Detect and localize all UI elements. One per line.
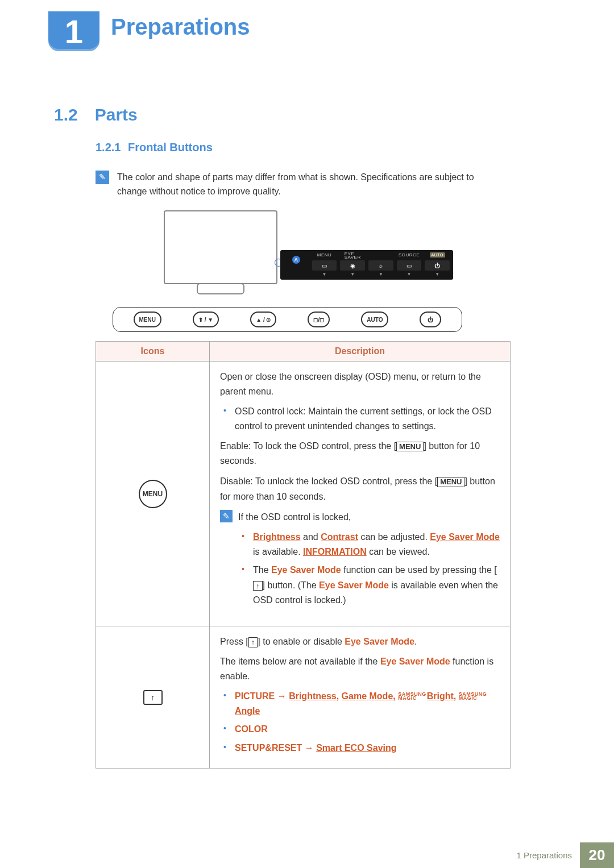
section-title: Parts: [95, 105, 138, 124]
chapter-number-tab: 1: [48, 11, 99, 51]
row1-enable: Enable: To lock the OSD control, press t…: [220, 439, 500, 469]
section-heading: 1.2 Parts: [54, 105, 138, 124]
row2-bullet-color: COLOR: [223, 722, 500, 737]
arrow-up-inline-icon: ↑: [248, 637, 258, 647]
th-icons: Icons: [96, 342, 210, 361]
physical-button-bar: MENU ⬆ / ▼ ▲ / ⊙ ◻/◻ AUTO ⏻: [113, 307, 462, 332]
chevron-down-icon: ▼: [379, 272, 383, 277]
note-icon: ✎: [96, 171, 109, 184]
monitor-diagram: A MENU ▭ ▼ EYESAVER ◉ ▼ ☼ ▼ SOURCE ▭ ▼ A…: [113, 205, 499, 330]
menu-icon: ▭: [312, 260, 337, 271]
th-description: Description: [210, 342, 510, 361]
note-text: The color and shape of parts may differ …: [117, 171, 505, 199]
power-icon: ⏻: [425, 260, 450, 271]
zoom-eyesaver-label: EYESAVER: [345, 252, 361, 259]
chevron-down-icon: ▼: [322, 272, 327, 277]
subnote-bullet-2: The Eye Saver Mode function can be used …: [242, 563, 500, 608]
eye-saver-button-icon: ↑: [143, 690, 163, 705]
table-row: ↑ Press [↑] to enable or disable Eye Sav…: [96, 626, 510, 768]
subnote-bullet-1: Brightness and Contrast can be adjusted.…: [242, 530, 500, 560]
chevron-down-icon: ▼: [435, 272, 439, 277]
nav-up-button: ▲ / ⊙: [250, 312, 276, 327]
row2-bullet-setup: SETUP&RESET → Smart ECO Saving: [223, 741, 500, 755]
menu-button-icon: MENU: [139, 480, 167, 508]
menu-button: MENU: [134, 312, 161, 327]
zoom-a-badge: A: [292, 256, 300, 264]
menu-inline-icon: MENU: [437, 477, 464, 487]
footer-chapter-ref: 1 Preparations: [508, 842, 580, 868]
zoom-auto-badge: AUTO: [430, 252, 445, 258]
button-zoom-panel: A MENU ▭ ▼ EYESAVER ◉ ▼ ☼ ▼ SOURCE ▭ ▼ A…: [280, 250, 453, 280]
zoom-menu-label: MENU: [317, 252, 332, 259]
row1-disable: Disable: To unlock the locked OSD contro…: [220, 474, 500, 504]
brightness-icon: ☼: [368, 260, 393, 271]
zoom-source-label: SOURCE: [399, 252, 420, 259]
note-block: ✎ The color and shape of parts may diffe…: [96, 171, 505, 199]
monitor-outline: [164, 210, 277, 284]
auto-button: AUTO: [361, 312, 388, 327]
note-icon: ✎: [220, 510, 233, 522]
section-number: 1.2: [54, 105, 78, 124]
subnote-lead: If the OSD control is locked,: [238, 510, 500, 525]
row1-bullet-lock: OSD control lock: Maintain the current s…: [223, 404, 500, 434]
footer-page-number: 20: [580, 842, 614, 868]
eye-saver-icon: ◉: [340, 260, 365, 271]
chevron-down-icon: ▼: [350, 272, 355, 277]
source-button: ◻/◻: [308, 312, 330, 327]
table-row: MENU Open or close the onscreen display …: [96, 361, 510, 626]
page-footer: 1 Preparations 20: [0, 842, 614, 868]
menu-inline-icon: MENU: [396, 442, 424, 452]
power-button: ⏻: [420, 312, 441, 327]
subsection-number: 1.2.1: [96, 141, 121, 153]
row1-intro: Open or close the onscreen display (OSD)…: [220, 369, 500, 400]
row2-p1: Press [↑] to enable or disable Eye Saver…: [220, 634, 500, 649]
chevron-down-icon: ▼: [407, 272, 412, 277]
buttons-description-table: Icons Description MENU Open or close the…: [96, 341, 511, 769]
arrow-up-inline-icon: ↑: [253, 581, 263, 591]
row1-subnote: ✎ If the OSD control is locked, Brightne…: [220, 510, 500, 612]
row2-bullet-picture: PICTURE → Brightness, Game Mode, SAMSUNG…: [223, 689, 500, 719]
source-icon: ▭: [397, 260, 422, 271]
subsection-title: Frontal Buttons: [128, 141, 213, 153]
nav-down-button: ⬆ / ▼: [193, 312, 219, 327]
row2-p2: The items below are not available if the…: [220, 654, 500, 684]
chapter-title: Preparations: [111, 14, 250, 40]
subsection-heading: 1.2.1 Frontal Buttons: [96, 141, 213, 154]
